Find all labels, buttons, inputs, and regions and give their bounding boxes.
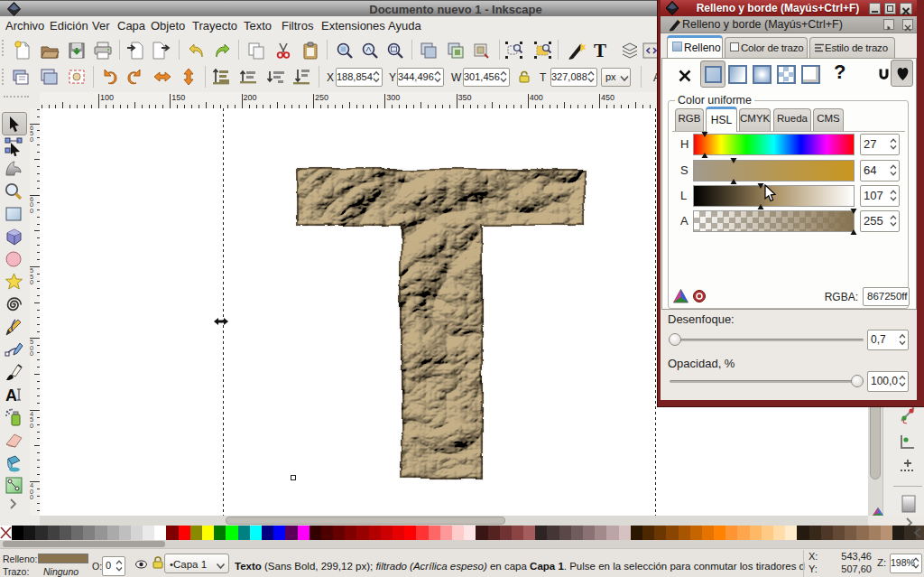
svg-text:A: A bbox=[5, 386, 17, 405]
